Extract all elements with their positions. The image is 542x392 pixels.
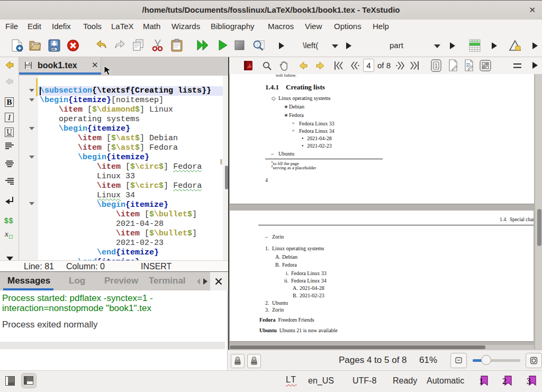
svg-text:1: 1 [435, 63, 438, 69]
svg-text:1: 1 [479, 377, 483, 386]
svg-text:2: 2 [502, 377, 507, 386]
svg-text:3: 3 [527, 377, 531, 386]
